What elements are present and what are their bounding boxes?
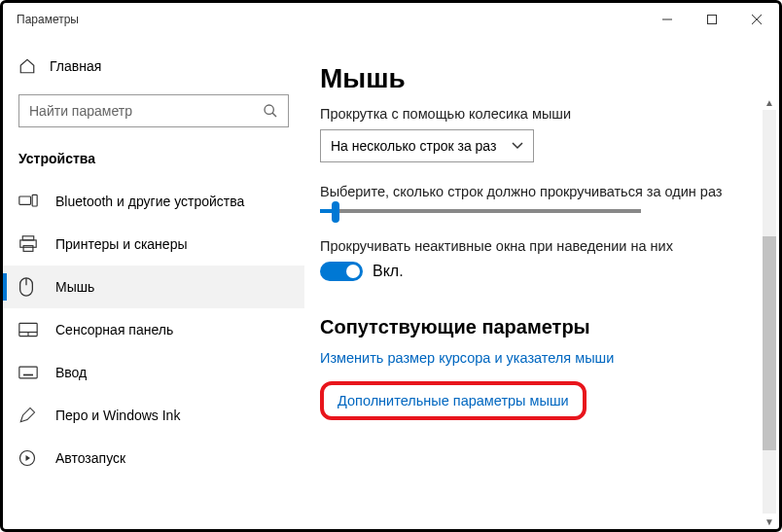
inactive-windows-label: Прокручивать неактивные окна при наведен…: [320, 238, 750, 254]
svg-rect-16: [19, 367, 37, 378]
scroll-wheel-label: Прокрутка с помощью колесика мыши: [320, 106, 750, 122]
sidebar-item-touchpad[interactable]: Сенсорная панель: [3, 308, 304, 351]
sidebar-item-label: Мышь: [55, 279, 94, 295]
svg-line-5: [272, 113, 276, 117]
home-icon: [18, 57, 36, 75]
pen-icon: [18, 407, 38, 424]
sidebar-item-bluetooth[interactable]: Bluetooth и другие устройства: [3, 180, 304, 223]
chevron-down-icon: [512, 142, 523, 150]
scroll-mode-select[interactable]: На несколько строк за раз: [320, 129, 534, 162]
devices-icon: [18, 194, 38, 209]
sidebar-item-label: Bluetooth и другие устройства: [55, 194, 244, 209]
svg-point-4: [265, 105, 273, 114]
lines-slider[interactable]: [320, 209, 641, 213]
home-button[interactable]: Главная: [3, 50, 304, 83]
toggle-state-label: Вкл.: [373, 263, 404, 280]
link-additional-mouse[interactable]: Дополнительные параметры мыши: [338, 393, 569, 408]
printer-icon: [18, 235, 38, 253]
svg-rect-6: [19, 196, 31, 204]
touchpad-icon: [18, 322, 38, 337]
select-value: На несколько строк за раз: [331, 138, 496, 154]
mouse-icon: [18, 277, 38, 297]
close-button[interactable]: [734, 3, 779, 36]
sidebar-item-autoplay[interactable]: Автозапуск: [3, 437, 304, 479]
sidebar-item-printers[interactable]: Принтеры и сканеры: [3, 223, 304, 266]
sidebar-item-label: Принтеры и сканеры: [55, 236, 187, 252]
scroll-up-arrow[interactable]: ▲: [763, 94, 776, 110]
sidebar-item-label: Автозапуск: [55, 450, 125, 466]
sidebar-item-pen[interactable]: Перо и Windows Ink: [3, 394, 304, 437]
svg-marker-23: [26, 455, 31, 461]
search-icon: [263, 103, 278, 119]
sidebar-item-label: Сенсорная панель: [55, 322, 173, 337]
main-content: Мышь Прокрутка с помощью колесика мыши Н…: [304, 36, 779, 529]
window-title: Параметры: [17, 13, 79, 26]
body: Главная Найти параметр Устройства Blueto…: [3, 36, 779, 529]
related-title: Сопутствующие параметры: [320, 316, 750, 338]
vertical-scrollbar[interactable]: ▲ ▼: [763, 94, 776, 529]
search-input[interactable]: Найти параметр: [18, 94, 289, 127]
scroll-down-arrow[interactable]: ▼: [763, 514, 776, 529]
page-title: Мышь: [320, 63, 750, 94]
scroll-thumb[interactable]: [763, 236, 776, 450]
home-label: Главная: [50, 58, 101, 74]
keyboard-icon: [18, 366, 38, 379]
link-cursor-size[interactable]: Изменить размер курсора и указателя мыши: [320, 350, 750, 366]
svg-rect-7: [32, 195, 37, 206]
autoplay-icon: [18, 449, 38, 467]
sidebar-item-label: Перо и Windows Ink: [55, 408, 180, 423]
lines-slider-group: Выберите, сколько строк должно прокручив…: [320, 184, 750, 213]
titlebar: Параметры: [3, 3, 779, 36]
settings-window: Параметры Главная Найти параметр: [0, 0, 782, 532]
sidebar-item-typing[interactable]: Ввод: [3, 351, 304, 394]
scroll-track[interactable]: [763, 110, 776, 514]
svg-rect-1: [708, 16, 717, 24]
search-placeholder: Найти параметр: [29, 103, 132, 119]
lines-slider-label: Выберите, сколько строк должно прокручив…: [320, 184, 750, 199]
inactive-toggle-row: Вкл.: [320, 262, 750, 281]
sidebar: Главная Найти параметр Устройства Blueto…: [3, 36, 304, 529]
minimize-button[interactable]: [645, 3, 690, 36]
related-settings: Сопутствующие параметры Изменить размер …: [320, 316, 750, 420]
slider-thumb[interactable]: [332, 201, 339, 223]
inactive-windows-toggle[interactable]: [320, 262, 363, 281]
sidebar-item-label: Ввод: [55, 365, 87, 380]
section-title: Устройства: [3, 141, 304, 180]
svg-rect-8: [22, 236, 33, 240]
window-controls: [645, 3, 779, 36]
highlight-annotation: Дополнительные параметры мыши: [320, 381, 586, 420]
svg-rect-10: [23, 246, 33, 252]
sidebar-item-mouse[interactable]: Мышь: [3, 266, 304, 308]
maximize-button[interactable]: [690, 3, 734, 36]
